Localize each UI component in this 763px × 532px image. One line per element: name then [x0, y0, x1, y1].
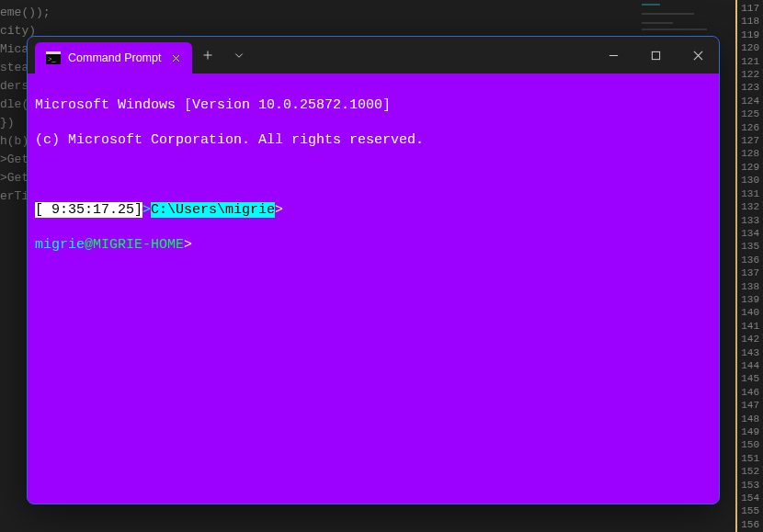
maximize-button[interactable]: [634, 37, 677, 74]
banner-line-1: Microsoft Windows [Version 10.0.25872.10…: [35, 97, 391, 113]
tab-close-button[interactable]: [168, 51, 183, 65]
terminal-window: >_ Command Prompt Microsoft Windows [Ver…: [27, 36, 720, 504]
prompt-cwd: C:\Users\migrie: [151, 202, 275, 218]
prompt-sep-1: >: [142, 202, 151, 218]
command-prompt-icon: >_: [46, 51, 61, 65]
titlebar-drag-region[interactable]: [255, 37, 592, 74]
prompt-final-gt: >: [184, 237, 192, 253]
prompt-at: @: [85, 237, 93, 253]
prompt-user: migrie: [35, 237, 85, 253]
minimize-button[interactable]: [592, 37, 634, 74]
svg-rect-1: [46, 51, 61, 54]
tab-title: Command Prompt: [68, 51, 161, 64]
titlebar[interactable]: >_ Command Prompt: [28, 37, 719, 74]
banner-line-2: (c) Microsoft Corporation. All rights re…: [35, 132, 424, 148]
prompt-sep-2: >: [275, 202, 283, 218]
svg-text:>_: >_: [48, 55, 57, 63]
background-line-gutter: 1171181191201211221231241251261271281291…: [735, 0, 763, 532]
tab-dropdown-button[interactable]: [223, 37, 255, 74]
new-tab-button[interactable]: [192, 37, 223, 74]
tab-command-prompt[interactable]: >_ Command Prompt: [35, 42, 192, 74]
svg-rect-3: [652, 51, 659, 59]
prompt-timestamp: [ 9:35:17.25]: [35, 202, 142, 218]
prompt-host: MIGRIE-HOME: [93, 237, 184, 253]
close-window-button[interactable]: [677, 37, 719, 74]
terminal-content[interactable]: Microsoft Windows [Version 10.0.25872.10…: [28, 74, 719, 504]
